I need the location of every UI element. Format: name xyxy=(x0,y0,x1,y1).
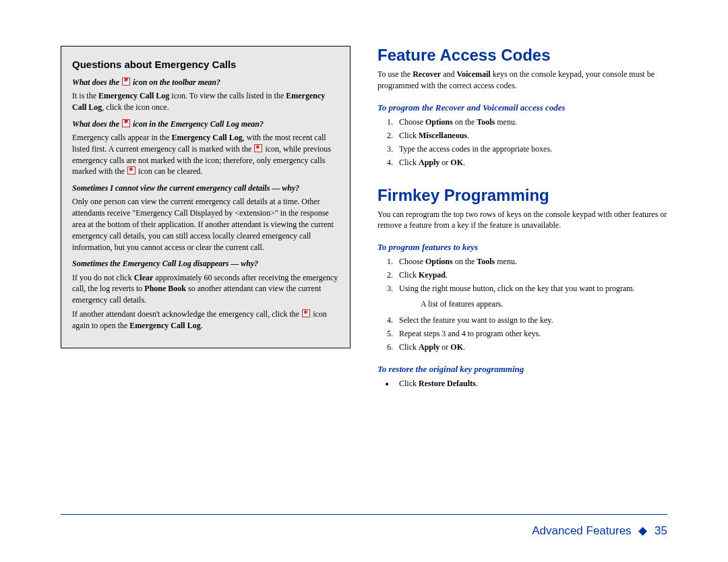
text: Click xyxy=(399,379,417,388)
text: To use the xyxy=(377,69,411,79)
text-bold: Recover xyxy=(413,69,441,79)
text: . xyxy=(463,158,465,167)
list-item: Click Miscellaneous. xyxy=(395,129,667,142)
text-bold: Apply xyxy=(419,342,439,352)
emergency-icon xyxy=(302,309,310,317)
text: If you do not click xyxy=(72,273,132,282)
list-item: Repeat steps 3 and 4 to program other ke… xyxy=(395,327,667,340)
text-bold: Apply xyxy=(419,158,439,167)
text: icon in the Emergency Call Log mean? xyxy=(133,119,264,129)
faq-q1-pre: What does the xyxy=(72,77,119,87)
text: , click the icon once. xyxy=(102,102,169,112)
text: . xyxy=(467,131,469,140)
two-column-layout: Questions about Emergency Calls What doe… xyxy=(61,46,667,504)
footer-section-label: Advanced Features xyxy=(532,524,631,537)
text: It is the xyxy=(72,91,96,100)
diamond-icon: ◆ xyxy=(638,524,647,537)
text: Click xyxy=(399,131,417,140)
list-item: Select the feature you want to assign to… xyxy=(395,314,667,326)
text-bold: Phone Book xyxy=(144,284,186,293)
text: Click xyxy=(399,158,417,167)
text: or xyxy=(442,342,448,352)
text: . xyxy=(446,270,448,280)
text: icon. To view the calls listed in the xyxy=(171,91,284,100)
text-bold: OK xyxy=(450,342,463,352)
subheading-restore-original: To restore the original key programming xyxy=(377,364,667,375)
text: on the xyxy=(455,257,475,266)
text: icon can be cleared. xyxy=(138,166,202,176)
faq-question-2: What does the icon in the Emergency Call… xyxy=(72,119,339,129)
list-item: Click Keypad. xyxy=(395,269,667,281)
list-item: Choose Options on the Tools menu. xyxy=(395,255,667,268)
text-bold: Tools xyxy=(477,257,495,266)
text-bold: Clear xyxy=(134,273,154,282)
text-bold: OK xyxy=(450,158,463,167)
text: . xyxy=(463,342,465,352)
subheading-program-access-codes: To program the Recover and Voicemail acc… xyxy=(377,102,667,113)
list-item: Type the access codes in the appropriate… xyxy=(395,143,667,155)
steps-list-2: Choose Options on the Tools menu. Click … xyxy=(377,255,667,353)
steps-list-1: Choose Options on the Tools menu. Click … xyxy=(377,116,667,168)
section-intro-1: To use the Recover and Voicemail keys on… xyxy=(377,69,667,92)
faq-answer-1: It is the Emergency Call Log icon. To vi… xyxy=(72,90,339,113)
page-footer: Advanced Features ◆ 35 xyxy=(532,524,667,538)
document-page: Questions about Emergency Calls What doe… xyxy=(0,0,728,562)
text-bold: Emergency Call Log xyxy=(129,321,200,330)
text: or xyxy=(442,158,448,167)
text-bold: Restore Defaults xyxy=(419,379,476,388)
emergency-icon xyxy=(127,166,135,175)
text-bold: Voicemail xyxy=(456,69,490,79)
text: What does the xyxy=(72,119,119,129)
section-intro-2: You can reprogram the top two rows of ke… xyxy=(377,209,667,232)
footer-rule xyxy=(61,514,667,515)
list-item: Choose Options on the Tools menu. xyxy=(395,116,667,128)
list-item: Click Apply or OK. xyxy=(395,156,667,168)
text-bold: Emergency Call Log xyxy=(171,133,242,142)
text: Choose xyxy=(399,117,423,127)
left-column: Questions about Emergency Calls What doe… xyxy=(61,46,351,504)
text: Click xyxy=(399,342,417,352)
subheading-program-features-to-keys: To program features to keys xyxy=(377,242,667,253)
section-title-firmkey-programming: Firmkey Programming xyxy=(377,186,667,205)
step-note: A list of features appears. xyxy=(421,299,667,310)
list-item: Using the right mouse button, click on t… xyxy=(395,282,667,310)
faq-question-3: Sometimes I cannot view the current emer… xyxy=(72,183,339,193)
page-number: 35 xyxy=(655,524,667,537)
emergency-icon xyxy=(122,119,130,127)
section-title-feature-access-codes: Feature Access Codes xyxy=(377,46,667,65)
faq-answer-2: Emergency calls appear in the Emergency … xyxy=(72,132,339,177)
faq-box-title: Questions about Emergency Calls xyxy=(72,59,339,70)
text: on the xyxy=(455,117,475,127)
text: Choose xyxy=(399,257,423,266)
text-bold: Emergency Call Log xyxy=(98,91,169,100)
text: menu. xyxy=(497,117,517,127)
text: and xyxy=(443,69,454,79)
emergency-icon xyxy=(122,77,130,86)
text: . xyxy=(476,379,478,388)
right-column: Feature Access Codes To use the Recover … xyxy=(377,46,667,504)
faq-answer-3: Only one person can view the current eme… xyxy=(72,196,339,253)
text: Click xyxy=(399,270,417,280)
faq-box: Questions about Emergency Calls What doe… xyxy=(61,46,351,348)
emergency-icon xyxy=(254,144,262,152)
text-bold: Keypad xyxy=(419,270,446,280)
text-bold: Tools xyxy=(477,117,495,127)
list-item: Click Restore Defaults. xyxy=(395,377,667,389)
faq-q1-post: icon on the toolbar mean? xyxy=(133,77,220,87)
faq-question-4: Sometimes the Emergency Call Log disappe… xyxy=(72,258,339,269)
text: Emergency calls appear in the xyxy=(72,133,169,142)
text: Using the right mouse button, click on t… xyxy=(399,284,635,293)
bullet-list-restore: Click Restore Defaults. xyxy=(377,377,667,389)
faq-question-1: What does the icon on the toolbar mean? xyxy=(72,77,339,88)
text: . xyxy=(201,321,203,330)
text-bold: Options xyxy=(425,117,453,127)
text: If another attendant doesn't acknowledge… xyxy=(72,309,299,319)
text-bold: Options xyxy=(425,257,453,266)
faq-answer-4a: If you do not click Clear approximately … xyxy=(72,272,339,306)
faq-answer-4b: If another attendant doesn't acknowledge… xyxy=(72,309,339,332)
text-bold: Miscellaneous xyxy=(419,131,467,140)
text: menu. xyxy=(497,257,517,266)
list-item: Click Apply or OK. xyxy=(395,341,667,353)
